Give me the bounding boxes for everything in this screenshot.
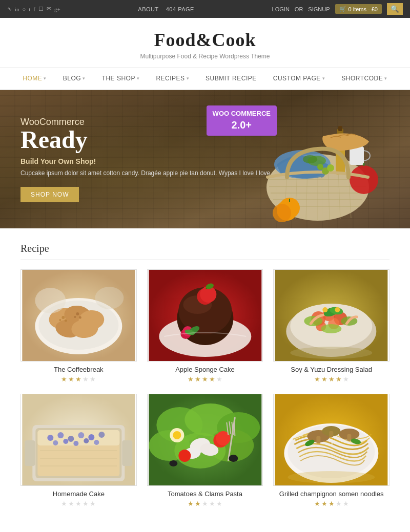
chevron-down-icon: ▾ <box>187 76 190 81</box>
star-2: ★ <box>68 500 74 508</box>
star-1: ★ <box>188 375 194 384</box>
star-5: ★ <box>90 375 96 384</box>
svg-point-71 <box>323 307 328 312</box>
pinterest-icon[interactable]: ○ <box>23 6 26 12</box>
twitter-icon[interactable]: t <box>29 6 30 12</box>
star-3: ★ <box>329 500 335 508</box>
svg-rect-94 <box>122 440 132 466</box>
top-right-bar: LOGIN OR SIGNUP 🛒 0 items - £0 🔍 <box>272 3 403 15</box>
svg-point-116 <box>169 460 177 466</box>
nav-shop[interactable]: THE SHOP ▾ <box>94 68 148 89</box>
svg-point-40 <box>76 312 79 315</box>
recipe-stars-1: ★ ★ ★ ★ ★ <box>147 375 263 384</box>
svg-point-133 <box>288 471 375 483</box>
chevron-down-icon: ▾ <box>137 76 140 81</box>
star-2: ★ <box>68 375 74 384</box>
top-bar: ∿ in ○ t f ☐ ✉ g+ ABOUT 404 PAGE LOGIN O… <box>0 0 410 18</box>
svg-point-27 <box>327 164 334 172</box>
recipe-name-2: Soy & Yuzu Dressing Salad <box>273 366 389 373</box>
star-1: ★ <box>61 500 67 508</box>
main-nav: HOME ▾ BLOG ▾ THE SHOP ▾ RECIPES ▾ SUBMI… <box>0 68 410 90</box>
badge-line2: 2.0+ <box>213 118 271 132</box>
star-2: ★ <box>321 500 327 508</box>
rss-icon[interactable]: ∿ <box>7 6 12 12</box>
star-4: ★ <box>83 500 89 508</box>
social-icons: ∿ in ○ t f ☐ ✉ g+ <box>7 6 60 12</box>
recipe-section: Recipe <box>0 228 410 522</box>
star-5: ★ <box>216 500 222 508</box>
linkedin-icon[interactable]: in <box>15 6 19 12</box>
shop-now-button[interactable]: SHOP NOW <box>20 187 79 202</box>
star-5: ★ <box>343 375 349 384</box>
svg-point-38 <box>65 320 67 322</box>
svg-point-44 <box>95 287 124 309</box>
star-3: ★ <box>202 500 208 508</box>
recipe-stars-5: ★ ★ ★ ★ ★ <box>273 500 389 508</box>
svg-rect-125 <box>330 431 334 437</box>
svg-point-28 <box>317 164 323 170</box>
cart-icon: 🛒 <box>339 6 346 12</box>
top-nav-links: ABOUT 404 PAGE <box>138 6 194 12</box>
woocommerce-badge: WOO COMMERCE 2.0+ <box>207 105 277 136</box>
nav-shortcode[interactable]: SHORTCODE ▾ <box>333 68 395 89</box>
star-5: ★ <box>90 500 96 508</box>
svg-point-115 <box>229 455 238 462</box>
recipe-name-4: Tomatoes & Clams Pasta <box>147 490 263 498</box>
svg-point-85 <box>53 440 58 445</box>
svg-rect-129 <box>332 443 333 444</box>
recipe-card-3[interactable]: Homemade Cake ★ ★ ★ ★ ★ <box>20 394 137 508</box>
about-link[interactable]: ABOUT <box>138 6 158 12</box>
svg-rect-93 <box>25 440 35 466</box>
star-4: ★ <box>336 500 342 508</box>
svg-line-112 <box>234 423 235 436</box>
recipe-grid: The Coffeebreak ★ ★ ★ ★ ★ <box>20 269 389 508</box>
recipe-card-1[interactable]: Apple Sponge Cake ★ ★ ★ ★ ★ <box>147 269 263 384</box>
recipe-name-0: The Coffeebreak <box>20 366 137 373</box>
svg-point-88 <box>84 438 89 443</box>
star-4: ★ <box>209 500 215 508</box>
svg-rect-132 <box>339 449 341 450</box>
chevron-down-icon: ▾ <box>83 76 86 81</box>
svg-rect-128 <box>314 445 316 446</box>
hero-banner: WooCommerce Ready Build Your Own Shop! C… <box>0 90 410 228</box>
tumblr-icon[interactable]: ☐ <box>38 6 44 12</box>
star-3: ★ <box>75 500 81 508</box>
svg-point-23 <box>303 155 317 163</box>
star-3: ★ <box>202 375 208 384</box>
recipe-card-4[interactable]: Tomatoes & Clams Pasta ★ ★ ★ ★ ★ <box>147 394 263 508</box>
recipe-card-5[interactable]: Grilled champignon somen noodles ★ ★ ★ ★… <box>273 394 389 508</box>
recipe-name-3: Homemade Cake <box>20 490 137 498</box>
star-4: ★ <box>83 375 89 384</box>
nav-recipes[interactable]: RECIPES ▾ <box>148 68 197 89</box>
star-2: ★ <box>195 375 201 384</box>
404-link[interactable]: 404 PAGE <box>166 6 194 12</box>
nav-custom-page[interactable]: CUSTOM PAGE ▾ <box>265 68 334 89</box>
recipe-stars-3: ★ ★ ★ ★ ★ <box>20 500 137 508</box>
svg-point-82 <box>78 432 84 438</box>
facebook-icon[interactable]: f <box>33 6 35 12</box>
recipe-stars-2: ★ ★ ★ ★ ★ <box>273 375 389 384</box>
search-icon: 🔍 <box>391 5 399 13</box>
svg-point-87 <box>73 441 78 446</box>
svg-point-42 <box>74 316 76 318</box>
gplus-icon[interactable]: g+ <box>54 6 60 12</box>
chevron-down-icon: ▾ <box>322 76 325 81</box>
mail-icon[interactable]: ✉ <box>47 6 51 12</box>
recipe-name-1: Apple Sponge Cake <box>147 366 263 373</box>
star-4: ★ <box>209 375 215 384</box>
login-link[interactable]: LOGIN <box>272 6 290 12</box>
svg-point-43 <box>35 288 66 313</box>
svg-point-20 <box>273 204 291 222</box>
signup-link[interactable]: SIGNUP <box>308 6 330 12</box>
search-button[interactable]: 🔍 <box>387 3 403 15</box>
site-header: Food&Cook Multipurpose Food & Recipe Wor… <box>0 18 410 68</box>
cart-button[interactable]: 🛒 0 items - £0 <box>335 4 382 14</box>
svg-point-41 <box>79 316 81 319</box>
recipe-card-2[interactable]: Soy & Yuzu Dressing Salad ★ ★ ★ ★ ★ <box>273 269 389 384</box>
nav-submit-recipe[interactable]: SUBMIT RECIPE <box>197 68 265 89</box>
recipe-card-0[interactable]: The Coffeebreak ★ ★ ★ ★ ★ <box>20 269 137 384</box>
svg-rect-123 <box>347 434 352 441</box>
nav-blog[interactable]: BLOG ▾ <box>55 68 94 89</box>
nav-home[interactable]: HOME ▾ <box>14 68 55 89</box>
star-2: ★ <box>195 500 201 508</box>
